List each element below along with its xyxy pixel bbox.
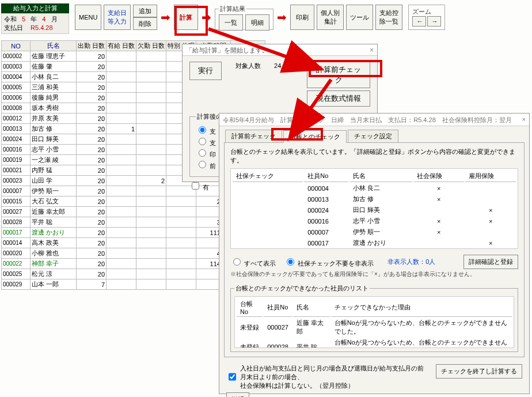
opt3[interactable]: 印: [196, 151, 216, 158]
calc-button[interactable]: 計算: [174, 5, 198, 30]
formula-button[interactable]: 現在数式情報: [307, 90, 370, 107]
results-legend: 計算結果: [219, 5, 246, 13]
table-row[interactable]: 未登録000028平井 聡台帳Noが見つからないため、台帳とのチェックができませ…: [237, 338, 512, 348]
dlg2-title: 令和5年4月分給与 計算前チェック 日締 当月末日払 支払日：R5.4.28 社…: [223, 116, 512, 123]
col-shchk: 社保チェック: [233, 171, 303, 182]
fcol-dno: 台帳No: [237, 298, 263, 317]
close-icon[interactable]: ×: [370, 46, 374, 54]
opt2[interactable]: 支: [196, 139, 216, 146]
table-row[interactable]: 000004小林 良二×: [233, 183, 516, 193]
delete-button[interactable]: 削除: [133, 17, 157, 30]
tab-precheck[interactable]: 計算前チェック: [225, 130, 282, 142]
help-button[interactable]: 説明: [226, 392, 249, 397]
precheck-dialog: 令和5年4月分給与 計算前チェック 日締 当月末日払 支払日：R5.4.28 社…: [219, 113, 530, 394]
hidden-count: 非表示人数：0人: [387, 258, 435, 266]
era-year: 5: [22, 16, 25, 22]
col-paid[interactable]: 有給 日数: [107, 41, 136, 51]
zoom-panel: ズーム ← →: [408, 5, 445, 30]
add-button[interactable]: 追加: [133, 5, 157, 17]
dlg1-title: 「給与計算」を開始します。: [186, 46, 268, 54]
app-title: 給与入力と計算: [1, 3, 69, 13]
pay-label: 支払日: [4, 24, 23, 31]
fail-legend: 台帳とのチェックができなかった社員のリスト: [234, 284, 370, 293]
chk-paid[interactable]: 有: [189, 184, 209, 191]
table-row[interactable]: 000024田口 輝美×: [233, 205, 516, 215]
col-attend[interactable]: 出勤 日数: [77, 41, 107, 51]
pay-date: R5.4.28: [31, 24, 53, 31]
close-icon[interactable]: ×: [522, 116, 526, 123]
target-label: 対象人数: [235, 62, 261, 69]
era-label: 令和: [4, 16, 17, 22]
run-button[interactable]: 実行: [189, 62, 222, 80]
opt1[interactable]: 支: [196, 128, 216, 135]
print-button[interactable]: 印刷: [290, 5, 314, 30]
finish-calc-button[interactable]: チェックを終了し計算する: [436, 364, 522, 379]
zoom-right-button[interactable]: →: [427, 16, 441, 27]
col-empname: 氏名: [349, 171, 413, 182]
detail-button[interactable]: 明細: [245, 14, 269, 31]
col-absent[interactable]: 欠勤 日数: [136, 41, 166, 51]
results-group: 計算結果 一覧 明細: [215, 5, 273, 30]
fcol-reason: チェックできなかった理由: [331, 298, 512, 317]
footer-check[interactable]: 入社日が給与支払日と同じ月の場合及び退職日が給与支払月の前月末日より前の場合、 …: [226, 364, 424, 390]
opt4[interactable]: 前: [196, 162, 216, 169]
kobetsu-button[interactable]: 個人別 集計: [317, 5, 344, 30]
arrow-icon: ➡: [159, 10, 172, 24]
col-no[interactable]: NO: [2, 41, 31, 51]
precheck-button[interactable]: 計算前チェック: [307, 62, 370, 88]
menu-button[interactable]: MENU: [75, 5, 101, 30]
era-date-panel: 令和 5 年 4 月 支払日 R5.4.28: [1, 13, 69, 34]
table-row[interactable]: 未登録000027近藤 幸太郎台帳Noが見つからないため、台帳とのチェックができ…: [237, 318, 512, 336]
fcol-no: 社員No: [264, 298, 292, 317]
year-suffix: 年: [31, 16, 37, 22]
month-suffix: 月: [51, 16, 58, 22]
era-month: 4: [42, 16, 45, 22]
table-row[interactable]: 000013加古 修×: [233, 194, 516, 204]
col-name[interactable]: 氏名: [31, 41, 77, 51]
check-result-table[interactable]: 社保チェック 社員No 氏名 社会保険 雇用保険 000004小林 良二×000…: [231, 169, 518, 249]
table-row[interactable]: 000007伊勢 順一×: [233, 227, 516, 237]
col-ko: 雇用保険: [465, 171, 516, 182]
col-empno: 社員No: [304, 171, 348, 182]
tab-check-settings[interactable]: チェック設定: [348, 130, 398, 142]
detail-register-button[interactable]: 詳細確認と登録: [463, 255, 518, 269]
shikyubi-button[interactable]: 支給日 等入力: [104, 5, 131, 30]
fail-group: 台帳とのチェックができなかった社員のリスト 台帳No 社員No 氏名 チェックで…: [230, 284, 518, 352]
fail-table[interactable]: 台帳No 社員No 氏名 チェックできなかった理由 未登録000027近藤 幸太…: [235, 297, 514, 348]
tool-button[interactable]: ツール: [346, 5, 373, 30]
col-sh: 社会保険: [413, 171, 464, 182]
arrow-icon: ➡: [200, 10, 212, 24]
list-button[interactable]: 一覧: [219, 14, 243, 31]
dlg2-note: ※社会保険のチェックが不要であっても雇用保険等に「×」がある場合は非表示になりま…: [230, 270, 518, 278]
fcol-name: 氏名: [293, 298, 330, 317]
tab-ledger-check[interactable]: 台帳とのチェック: [283, 130, 347, 143]
zoom-label: ズーム: [412, 7, 441, 16]
main-toolbar: MENU 支給日 等入力 追加 削除 ➡ 計算 ➡ 計算結果 一覧 明細 ➡ 印…: [75, 5, 445, 30]
zoom-left-button[interactable]: ←: [412, 16, 426, 27]
target-count: 24人: [274, 62, 287, 69]
table-row[interactable]: 000016志平 小雪××: [233, 216, 516, 226]
radio-hide[interactable]: 社保チェック不要を非表示: [284, 256, 374, 268]
radio-all[interactable]: すべて表示: [230, 256, 276, 268]
table-row[interactable]: 000017渡邊 かおり×: [233, 238, 516, 248]
shikyu-kojo-button[interactable]: 支給控 除一覧: [375, 5, 402, 30]
dlg2-desc: 台帳とのチェック結果を表示しています。「詳細確認と登録」ボタンから内容の確認と変…: [230, 148, 518, 165]
arrow-icon: ➡: [276, 10, 288, 24]
